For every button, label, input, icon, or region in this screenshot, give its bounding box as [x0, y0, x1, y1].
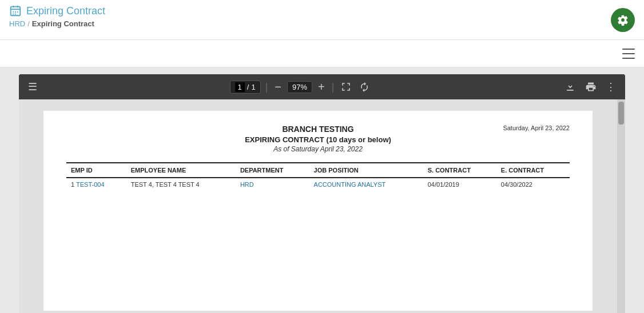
pdf-divider-1: |	[265, 81, 268, 93]
table-header: EMP ID EMPLOYEE NAME DEPARTMENT JOB POSI…	[66, 163, 570, 178]
cell-row-num: 1 TEST-004	[66, 178, 126, 191]
page-total: 1	[251, 83, 255, 91]
pdf-toolbar-center: 1 / 1 | − 97% + |	[44, 79, 558, 95]
cell-emp-id: TEST-004	[76, 181, 105, 188]
svg-rect-4	[15, 11, 16, 13]
breadcrumb-parent[interactable]: HRD	[9, 19, 25, 28]
table-body: 1 TEST-004 TEST 4, TEST 4 TEST 4 HRD ACC…	[66, 178, 570, 191]
col-emp-id: EMP ID	[66, 163, 126, 178]
table-header-row: EMP ID EMPLOYEE NAME DEPARTMENT JOB POSI…	[66, 163, 570, 178]
pdf-viewer-wrapper: ☰ 1 / 1 | − 97% + |	[0, 67, 644, 313]
cell-job-position: ACCOUNTING ANALYST	[309, 178, 423, 191]
cell-employee-name: TEST 4, TEST 4 TEST 4	[126, 178, 236, 191]
document-header: BRANCH TESTING EXPIRING CONTRACT (10 day…	[66, 125, 570, 153]
pdf-toolbar-right: ⋮	[562, 78, 618, 95]
pdf-page: BRANCH TESTING EXPIRING CONTRACT (10 day…	[43, 111, 593, 311]
breadcrumb: HRD / Expiring Contract	[9, 19, 635, 28]
pdf-viewer: ☰ 1 / 1 | − 97% + |	[19, 74, 625, 313]
hamburger-line-2	[622, 53, 635, 54]
zoom-indicator: 97%	[287, 81, 312, 93]
breadcrumb-separator: /	[27, 19, 30, 28]
col-employee-name: EMPLOYEE NAME	[126, 163, 236, 178]
download-button[interactable]	[562, 79, 578, 95]
svg-rect-1	[13, 6, 14, 8]
calendar-icon	[9, 5, 22, 17]
hamburger-line-1	[622, 49, 635, 50]
pdf-toolbar-left: ☰	[26, 78, 39, 95]
svg-rect-3	[13, 11, 14, 13]
pdf-scrollbar[interactable]	[617, 99, 625, 313]
app-title: Expiring Contract	[9, 5, 635, 17]
table-row: 1 TEST-004 TEST 4, TEST 4 TEST 4 HRD ACC…	[66, 178, 570, 191]
document-company: BRANCH TESTING EXPIRING CONTRACT (10 day…	[158, 125, 478, 153]
pdf-divider-2: |	[332, 81, 335, 93]
page-separator: /	[247, 83, 249, 91]
app-header: Expiring Contract HRD / Expiring Contrac…	[0, 0, 644, 40]
col-department: DEPARTMENT	[236, 163, 309, 178]
settings-button[interactable]	[611, 8, 635, 32]
page-title: Expiring Contract	[26, 5, 105, 17]
svg-rect-5	[13, 14, 14, 15]
scrollbar-thumb[interactable]	[618, 102, 624, 125]
hamburger-menu[interactable]	[622, 49, 635, 59]
svg-rect-2	[17, 6, 18, 8]
col-job-position: JOB POSITION	[309, 163, 423, 178]
page-current: 1	[235, 82, 245, 92]
cell-e-contract: 04/30/2022	[496, 178, 570, 191]
zoom-value: 97%	[292, 83, 307, 91]
report-subtitle: As of Saturday April 23, 2022	[158, 145, 478, 153]
hamburger-line-3	[622, 58, 635, 59]
zoom-out-button[interactable]: −	[272, 79, 284, 95]
pdf-menu-icon[interactable]: ☰	[26, 78, 39, 95]
col-s-contract: S. CONTRACT	[423, 163, 496, 178]
gear-icon	[617, 14, 629, 26]
pdf-content-area: BRANCH TESTING EXPIRING CONTRACT (10 day…	[19, 99, 625, 313]
col-e-contract: E. CONTRACT	[496, 163, 570, 178]
document-date: Saturday, April 23, 2022	[478, 125, 570, 131]
cell-s-contract: 04/01/2019	[423, 178, 496, 191]
breadcrumb-current: Expiring Contract	[32, 19, 94, 28]
report-table: EMP ID EMPLOYEE NAME DEPARTMENT JOB POSI…	[66, 162, 570, 191]
cell-department: HRD	[236, 178, 309, 191]
report-title: EXPIRING CONTRACT (10 days or below)	[158, 135, 478, 144]
rotate-icon[interactable]	[357, 79, 372, 94]
zoom-in-button[interactable]: +	[316, 79, 327, 95]
svg-rect-7	[17, 11, 18, 13]
print-button[interactable]	[583, 79, 599, 95]
page-indicator: 1 / 1	[230, 81, 261, 94]
more-options-button[interactable]: ⋮	[603, 78, 618, 95]
svg-rect-6	[15, 14, 16, 15]
fit-page-icon[interactable]	[339, 79, 353, 94]
toolbar-strip	[0, 40, 644, 67]
pdf-toolbar: ☰ 1 / 1 | − 97% + |	[19, 74, 625, 99]
company-name: BRANCH TESTING	[158, 125, 478, 134]
